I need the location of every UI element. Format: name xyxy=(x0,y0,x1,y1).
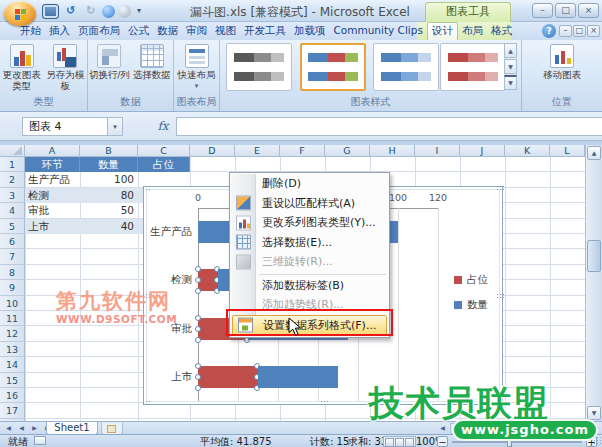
column-header-K[interactable]: K xyxy=(505,145,550,157)
column-header-G[interactable]: G xyxy=(325,145,370,157)
workbook-close-button[interactable]: × xyxy=(587,25,600,37)
chart-style-thumb-3[interactable] xyxy=(373,43,439,91)
tab-开发工具[interactable]: 开发工具 xyxy=(240,22,290,40)
row-header-11[interactable]: 11 xyxy=(0,311,25,326)
row-header-13[interactable]: 13 xyxy=(0,342,25,357)
chart-frame-handle[interactable] xyxy=(142,400,151,406)
page-layout-view-icon[interactable] xyxy=(395,438,404,447)
vertical-scroll-thumb[interactable] xyxy=(587,240,601,272)
row-header-17[interactable]: 17 xyxy=(0,403,25,418)
bar-占位-检测[interactable] xyxy=(198,269,218,291)
cell-qty-100[interactable]: 100 xyxy=(80,172,138,187)
name-box[interactable]: 图表 4 xyxy=(22,117,108,136)
chart-frame-handle[interactable] xyxy=(496,185,505,191)
workbook-restore-button[interactable]: □ xyxy=(573,25,586,37)
select-all-corner[interactable] xyxy=(0,145,25,157)
page-break-view-icon[interactable] xyxy=(405,438,414,447)
bar-占位-上市[interactable] xyxy=(198,366,258,388)
row-header-4[interactable]: 4 xyxy=(0,203,25,218)
tab-布局[interactable]: 布局 xyxy=(458,22,487,40)
close-button[interactable]: × xyxy=(578,3,599,18)
cell-stage-审批[interactable]: 审批 xyxy=(25,203,80,218)
row-header-14[interactable]: 14 xyxy=(0,357,25,372)
redo-icon[interactable]: ↻ xyxy=(82,4,99,19)
office-button[interactable] xyxy=(4,1,36,26)
row-header-12[interactable]: 12 xyxy=(0,326,25,341)
tab-页面布局[interactable]: 页面布局 xyxy=(74,22,124,40)
column-header-F[interactable]: F xyxy=(280,145,325,157)
column-header-A[interactable]: A xyxy=(25,145,80,157)
menu-item-删除(D)[interactable]: 删除(D) xyxy=(231,174,388,194)
column-header-E[interactable]: E xyxy=(235,145,280,157)
column-header-C[interactable]: C xyxy=(138,145,190,157)
row-header-10[interactable]: 10 xyxy=(0,296,25,311)
row-header-7[interactable]: 7 xyxy=(0,249,25,264)
help-icon[interactable]: ? xyxy=(542,24,556,38)
button-移动图表[interactable]: 移动图表 xyxy=(534,44,590,81)
tab-审阅[interactable]: 审阅 xyxy=(182,22,211,40)
undo-icon[interactable]: ↺ xyxy=(62,4,79,19)
tab-数据[interactable]: 数据 xyxy=(153,22,182,40)
row-header-1[interactable]: 1 xyxy=(0,157,25,172)
qat-dropdown-icon[interactable]: ▾ xyxy=(134,4,144,19)
tab-公式[interactable]: 公式 xyxy=(124,22,153,40)
cell-stage-上市[interactable]: 上市 xyxy=(25,219,80,234)
header-cell-环节[interactable]: 环节 xyxy=(25,157,80,172)
row-header-2[interactable]: 2 xyxy=(0,172,25,187)
chart-frame-handle[interactable] xyxy=(142,185,151,191)
gallery-scroll-up-icon[interactable]: ▲ xyxy=(504,43,517,58)
chart-frame-handle[interactable] xyxy=(320,400,329,406)
tab-插入[interactable]: 插入 xyxy=(45,22,74,40)
tab-格式[interactable]: 格式 xyxy=(487,22,516,40)
column-header-L[interactable]: L xyxy=(550,145,585,157)
row-header-5[interactable]: 5 xyxy=(0,219,25,234)
row-header-9[interactable]: 9 xyxy=(0,280,25,295)
button-更改图表类型[interactable]: 更改图表类型 xyxy=(0,44,44,91)
chart-style-thumb-1[interactable] xyxy=(226,43,292,91)
tab-Community Clips[interactable]: Community Clips xyxy=(330,22,427,40)
name-box-dropdown-icon[interactable]: ▾ xyxy=(108,117,123,136)
vertical-scrollbar[interactable]: ▲ ▼ xyxy=(585,145,602,421)
save-icon[interactable] xyxy=(42,4,59,19)
button-切换行/列[interactable]: 切换行/列 xyxy=(88,44,131,81)
first-sheet-icon[interactable]: ◀ xyxy=(3,423,14,434)
menu-item-三维旋转(R)...[interactable]: 三维旋转(R)... xyxy=(231,252,388,272)
column-header-D[interactable]: D xyxy=(190,145,235,157)
insert-function-icon[interactable]: fx xyxy=(152,117,174,136)
tab-设计[interactable]: 设计 xyxy=(427,22,458,40)
workbook-minimize-button[interactable]: – xyxy=(559,25,572,37)
macro-record-icon[interactable] xyxy=(34,436,46,445)
chart-style-thumb-4[interactable] xyxy=(440,43,506,91)
round-gray-icon[interactable] xyxy=(118,5,131,18)
scroll-down-icon[interactable]: ▼ xyxy=(587,406,601,420)
minimize-button[interactable]: – xyxy=(532,3,553,18)
next-sheet-icon[interactable]: ▶ xyxy=(29,423,40,434)
legend-item-占位[interactable]: 占位 xyxy=(454,273,488,287)
row-header-6[interactable]: 6 xyxy=(0,234,25,249)
column-header-I[interactable]: I xyxy=(415,145,460,157)
menu-item-选择数据(E)...[interactable]: 选择数据(E)... xyxy=(231,233,388,253)
normal-view-icon[interactable] xyxy=(385,438,394,447)
menu-item-更改系列图表类型(Y)...[interactable]: 更改系列图表类型(Y)... xyxy=(231,213,388,233)
button-选择数据[interactable]: 选择数据 xyxy=(131,44,174,81)
row-header-8[interactable]: 8 xyxy=(0,265,25,280)
row-header-15[interactable]: 15 xyxy=(0,373,25,388)
chart-frame-handle[interactable] xyxy=(496,293,505,299)
header-cell-占位[interactable]: 占位 xyxy=(138,157,190,172)
cell-stage-检测[interactable]: 检测 xyxy=(25,188,80,203)
cell-stage-生产产品[interactable]: 生产产品 xyxy=(25,172,80,187)
prev-sheet-icon[interactable]: ◀ xyxy=(16,423,27,434)
legend-item-数量[interactable]: 数量 xyxy=(454,298,488,312)
tab-视图[interactable]: 视图 xyxy=(211,22,240,40)
row-header-16[interactable]: 16 xyxy=(0,388,25,403)
restore-button[interactable]: □ xyxy=(555,3,576,18)
gallery-more-icon[interactable]: ▼ xyxy=(504,75,517,90)
chart-legend[interactable]: 占位数量 xyxy=(454,273,488,323)
tab-加载项[interactable]: 加载项 xyxy=(290,22,330,40)
menu-item-添加数据标签(B)[interactable]: 添加数据标签(B) xyxy=(231,276,388,296)
gallery-scroll-down-icon[interactable]: ▼ xyxy=(504,59,517,74)
row-header-3[interactable]: 3 xyxy=(0,188,25,203)
formula-input[interactable] xyxy=(176,117,602,136)
bar-数量-上市[interactable] xyxy=(258,366,338,388)
column-header-H[interactable]: H xyxy=(370,145,415,157)
